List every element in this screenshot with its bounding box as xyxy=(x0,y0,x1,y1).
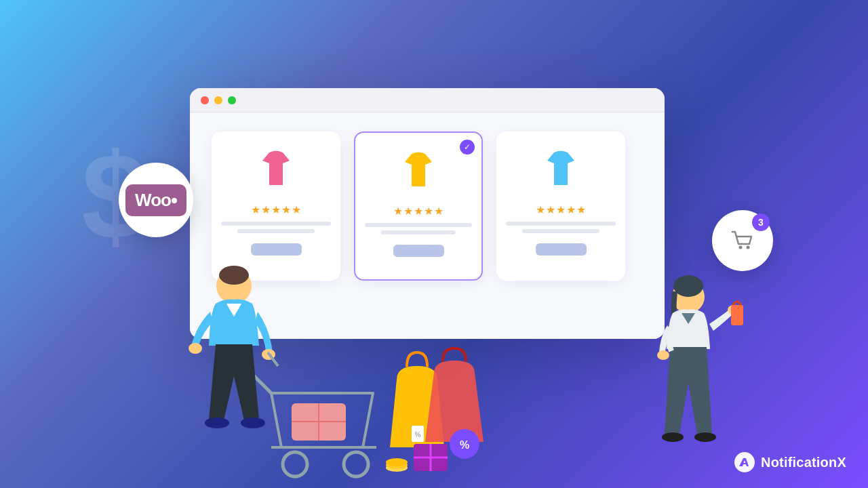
product-line-1 xyxy=(221,222,331,226)
browser-dot-yellow xyxy=(214,96,222,104)
product-line-2 xyxy=(237,229,314,233)
cart-count: 3 xyxy=(752,214,770,231)
add-to-cart-btn-yellow[interactable] xyxy=(393,245,444,257)
svg-point-3 xyxy=(219,266,249,285)
cart-badge[interactable]: 3 xyxy=(712,210,773,271)
person-right-illustration xyxy=(631,271,746,488)
svg-point-0 xyxy=(739,246,743,249)
svg-point-32 xyxy=(657,350,669,360)
svg-point-11 xyxy=(344,452,368,476)
svg-text:%: % xyxy=(415,431,421,439)
svg-text:%: % xyxy=(460,439,469,451)
svg-rect-29 xyxy=(731,305,743,325)
browser-dot-green xyxy=(228,96,236,104)
cart-icon xyxy=(728,226,757,255)
woo-dot xyxy=(172,198,177,203)
svg-point-27 xyxy=(673,275,703,297)
tshirt-icon-yellow xyxy=(395,147,442,195)
product-line-4 xyxy=(381,230,456,235)
product-line-3 xyxy=(365,223,472,227)
notificationx-label: NotificationX xyxy=(761,455,846,470)
stars-blue: ★★★★★ xyxy=(536,203,587,216)
product-card-blue: ★★★★★ xyxy=(496,131,625,281)
product-line-6 xyxy=(522,229,599,233)
svg-point-1 xyxy=(747,246,750,249)
tshirt-icon-pink xyxy=(252,146,300,193)
background: $ Woo 3 xyxy=(0,0,868,488)
svg-point-6 xyxy=(205,418,229,428)
notificationx-brand: NotificationX xyxy=(734,451,846,473)
browser-dot-red xyxy=(201,96,209,104)
stars-pink: ★★★★★ xyxy=(251,203,302,216)
product-image-pink xyxy=(249,142,303,197)
browser-titlebar xyxy=(190,88,665,113)
add-to-cart-btn-blue[interactable] xyxy=(536,243,587,256)
svg-point-31 xyxy=(694,432,716,442)
nx-logo-icon xyxy=(734,451,755,473)
tshirt-icon-blue xyxy=(537,146,585,193)
person-left-illustration xyxy=(156,258,292,488)
product-image-yellow xyxy=(391,144,446,198)
product-image-blue xyxy=(534,142,588,197)
svg-point-7 xyxy=(241,418,265,428)
svg-point-30 xyxy=(662,432,684,442)
woo-inner: Woo xyxy=(125,184,186,216)
bags-illustration: % % xyxy=(376,325,512,488)
product-line-5 xyxy=(506,222,616,226)
product-card-yellow: ✓ ★★★★★ xyxy=(354,131,483,281)
check-badge: ✓ xyxy=(460,140,475,155)
add-to-cart-btn-pink[interactable] xyxy=(251,243,302,256)
woo-text: Woo xyxy=(135,190,171,211)
woo-badge: Woo xyxy=(119,163,193,237)
stars-yellow: ★★★★★ xyxy=(393,205,444,218)
svg-point-23 xyxy=(386,458,408,466)
svg-point-4 xyxy=(189,343,202,354)
